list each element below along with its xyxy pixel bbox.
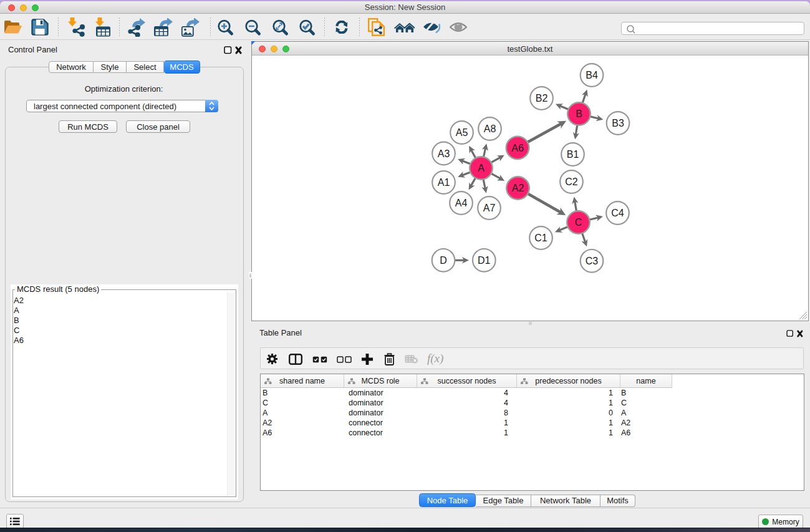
svg-text:B4: B4	[586, 70, 598, 80]
svg-text:A3: A3	[438, 148, 450, 159]
svg-text:A6: A6	[511, 143, 524, 153]
svg-text:A2: A2	[512, 183, 524, 193]
svg-text:A4: A4	[455, 198, 468, 208]
svg-text:C4: C4	[611, 208, 624, 218]
svg-text:A7: A7	[483, 203, 496, 213]
svg-text:B1: B1	[567, 149, 579, 160]
svg-text:A1: A1	[438, 177, 450, 188]
svg-text:C1: C1	[534, 233, 547, 243]
svg-text:C2: C2	[565, 177, 578, 187]
svg-text:D1: D1	[478, 255, 491, 266]
svg-text:A8: A8	[484, 123, 496, 134]
svg-text:B: B	[576, 109, 582, 119]
svg-text:A: A	[478, 163, 485, 173]
svg-text:B2: B2	[536, 93, 548, 104]
svg-text:B3: B3	[612, 118, 624, 128]
svg-text:C3: C3	[586, 256, 599, 266]
svg-text:A5: A5	[456, 127, 468, 138]
svg-text:D: D	[440, 255, 447, 266]
svg-text:C: C	[575, 217, 582, 228]
